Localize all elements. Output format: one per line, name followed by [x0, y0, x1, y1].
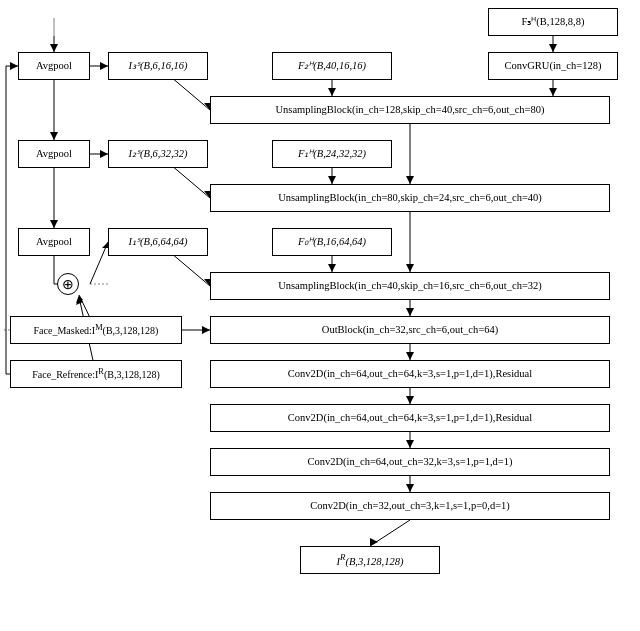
conv4-box: Conv2D(in_ch=32,out_ch=3,k=1,s=1,p=0,d=1…	[210, 492, 610, 520]
svg-line-26	[90, 242, 108, 284]
svg-marker-50	[370, 538, 378, 546]
f0h-box: F₀ᴴ(B,16,64,64)	[272, 228, 392, 256]
f1h-box: F₁ᴴ(B,24,32,32)	[272, 140, 392, 168]
svg-marker-23	[50, 220, 58, 228]
svg-marker-40	[202, 326, 210, 334]
avgpool1-box: Avgpool	[18, 52, 90, 80]
unsamp1-box: UnsamplingBlock(in_ch=128,skip_ch=40,src…	[210, 96, 610, 124]
svg-marker-46	[406, 440, 414, 448]
outblock-box: OutBlock(in_ch=32,src_ch=6,out_ch=64)	[210, 316, 610, 344]
f2h-box: F₂ᴴ(B,40,16,16)	[272, 52, 392, 80]
svg-marker-13	[50, 132, 58, 140]
conv2-box: Conv2D(in_ch=64,out_ch=64,k=3,s=1,p=1,d=…	[210, 404, 610, 432]
diagram: F₃ᴴ(B,128,8,8) ConvGRU(in_ch=128) Avgpoo…	[0, 0, 640, 631]
svg-marker-15	[100, 150, 108, 158]
svg-marker-42	[406, 352, 414, 360]
i1s-box: I₁ˢ(B,6,64,64)	[108, 228, 208, 256]
add-circle: ⊕	[57, 273, 79, 295]
unsamp3-box: UnsamplingBlock(in_ch=40,skip_ch=16,src_…	[210, 272, 610, 300]
svg-line-49	[370, 520, 410, 546]
conv3-box: Conv2D(in_ch=64,out_ch=32,k=3,s=1,p=1,d=…	[210, 448, 610, 476]
svg-marker-21	[406, 264, 414, 272]
face-masked-box: Face_Masked:IM(B,3,128,128)	[10, 316, 182, 344]
svg-marker-3	[549, 88, 557, 96]
i2s-box: I₂ˢ(B,6,32,32)	[108, 140, 208, 168]
svg-marker-38	[76, 297, 83, 305]
svg-marker-1	[549, 44, 557, 52]
irb-box: IR(B,3,128,128)	[300, 546, 440, 574]
f3h-box: F₃ᴴ(B,128,8,8)	[488, 8, 618, 36]
svg-marker-48	[406, 484, 414, 492]
svg-marker-36	[76, 295, 83, 303]
face-ref-box: Face_Refrence:IR(B,3,128,128)	[10, 360, 182, 388]
svg-marker-11	[406, 176, 414, 184]
conv1-box: Conv2D(in_ch=64,out_ch=64,k=3,s=1,p=1,d=…	[210, 360, 610, 388]
svg-marker-57	[10, 62, 18, 70]
i3s-box: I₃ˢ(B,6,16,16)	[108, 52, 208, 80]
svg-marker-5	[100, 62, 108, 70]
svg-marker-32	[328, 264, 336, 272]
avgpool3-box: Avgpool	[18, 228, 90, 256]
svg-marker-44	[406, 396, 414, 404]
unsamp2-box: UnsamplingBlock(in_ch=80,skip_ch=24,src_…	[210, 184, 610, 212]
avgpool2-box: Avgpool	[18, 140, 90, 168]
svg-marker-52	[50, 44, 58, 52]
svg-marker-19	[328, 176, 336, 184]
svg-marker-34	[406, 308, 414, 316]
plus-symbol: ⊕	[62, 276, 74, 293]
convgru-box: ConvGRU(in_ch=128)	[488, 52, 618, 80]
svg-marker-9	[328, 88, 336, 96]
